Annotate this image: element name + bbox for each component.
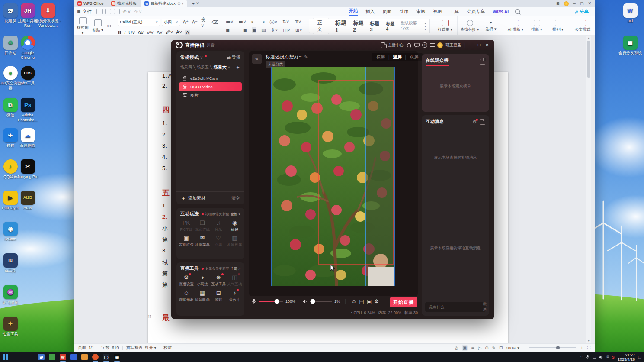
ribbon-tab-view[interactable]: 视图 [433, 9, 442, 15]
tool-item-settings[interactable]: ⚙直播设置 [178, 274, 194, 287]
desktop-icon-ivcam[interactable]: ◉ iVCam [0, 222, 23, 242]
scrollbar-thumb[interactable] [587, 41, 590, 78]
bullet-list-icon[interactable]: ≔˅ [226, 19, 233, 26]
save-icon[interactable] [96, 9, 103, 14]
wps-docer-tab[interactable]: 稻 找稻壳模板 [107, 0, 141, 7]
zoom-in-button[interactable]: ＋ [580, 345, 584, 351]
chat-icon[interactable] [414, 43, 420, 48]
font-name-select[interactable]: Calibri (正文)˅ [118, 19, 160, 26]
desktop-icon-photoshop[interactable]: Ps Adobe Photosho... [15, 98, 41, 123]
text-effect-icon[interactable]: 变˅ [201, 16, 208, 28]
page-view-icon[interactable]: ▣ [462, 345, 468, 351]
taskbar-app-wps[interactable]: W [60, 354, 66, 360]
edit-icon[interactable]: ✎ [304, 55, 308, 59]
scene-tab-6[interactable]: 场景六 [214, 65, 227, 71]
distribute-icon[interactable]: ▤ [261, 27, 266, 33]
mode-portrait[interactable]: 竖屏 [393, 54, 402, 60]
desktop-icon-qiyu[interactable]: ✦ 七鱼工具 [0, 317, 23, 336]
style-default-font[interactable]: 默认段落字体 [401, 20, 419, 32]
minimize-button[interactable]: ─ [573, 1, 576, 6]
add-material-button[interactable]: ＋添加素材 [181, 194, 205, 202]
proofread-button[interactable]: 校对 [163, 345, 172, 351]
play-item-gift-menu[interactable]: ✉礼物菜单 [194, 234, 210, 248]
ribbon-tab-home[interactable]: 开始 [349, 8, 358, 16]
spellcheck-status[interactable]: 拼写检查: 打开 ▾ [126, 345, 157, 351]
border-icon[interactable]: ⊞˅ [295, 27, 302, 33]
ribbon-tab-reference[interactable]: 引用 [399, 9, 408, 15]
web-view-icon[interactable]: ⊕ [485, 346, 488, 350]
play-item-guest[interactable]: ❏嘉宾连线 [194, 219, 210, 233]
font-decrease-icon[interactable]: A⁻ [192, 19, 198, 25]
bold-button[interactable]: B [118, 30, 121, 35]
anchor-center-button[interactable]: 主播中心 [381, 42, 404, 48]
user-avatar[interactable] [437, 42, 443, 48]
shading-icon[interactable]: ◫˅ [283, 27, 290, 33]
zoom-out-button[interactable]: − [522, 346, 525, 350]
maximize-button[interactable]: ▢ [580, 1, 584, 6]
stream-settings-icon[interactable]: ⚙ [374, 298, 379, 304]
style-heading3[interactable]: 标题 3 [370, 20, 380, 32]
layout-button[interactable]: 排版 ▾ [527, 20, 546, 32]
style-heading2[interactable]: 标题 2 [353, 19, 364, 33]
director-button[interactable]: ⇄导播 [227, 55, 240, 61]
style-gallery-scroll[interactable]: ▴▾▾ [425, 22, 426, 31]
desktop-icon-member-system[interactable]: ⬇ 会员分发系统 -Windows... [33, 3, 63, 28]
paste-button[interactable]: 粘贴 ▾ [91, 19, 104, 33]
user-name[interactable]: 研王蜜圣 [445, 42, 461, 48]
add-scene-button[interactable]: ＋ [235, 64, 240, 71]
scene-effects-icon[interactable]: ▤ [359, 298, 364, 304]
underline-button[interactable]: U˅ [128, 30, 135, 35]
tools-all-link[interactable]: 全部 > [231, 266, 240, 271]
taskbar-app-folder[interactable] [81, 354, 88, 360]
stream-close-button[interactable]: ✕ [484, 43, 490, 47]
outdent-icon[interactable]: ⇤ [251, 19, 255, 26]
justify-icon[interactable]: ≣ [252, 27, 256, 33]
ai-layout-button[interactable]: AI 排版 ▾ [506, 20, 525, 32]
fit-page-icon[interactable]: ⊡ [499, 346, 503, 350]
message-popout-icon[interactable] [480, 119, 485, 125]
style-heading4[interactable]: 标题 4 [386, 21, 395, 32]
arrange-button[interactable]: 排列 ▾ [548, 20, 567, 32]
style-normal[interactable]: 正文 [313, 18, 329, 34]
fullscreen-icon[interactable]: ⛶ [587, 345, 590, 350]
play-item-pk[interactable]: PKPK连线 [178, 219, 194, 233]
play-item-red-packet[interactable]: ▣定期红包 [178, 234, 194, 248]
taskbar-app-icon[interactable] [70, 354, 77, 360]
char-border-button[interactable]: A [185, 30, 190, 35]
mic-slider[interactable] [259, 301, 283, 302]
rank-popout-icon[interactable] [480, 59, 485, 65]
format-painter-button[interactable]: 格式刷 ▾ [76, 17, 89, 35]
indent-icon[interactable]: ⇥ [260, 19, 264, 26]
taskbar-app-live-companion[interactable]: ◉ [114, 354, 120, 360]
tool-item-mini-play[interactable]: ◑小玩法 [194, 274, 210, 287]
mic-icon[interactable] [252, 298, 256, 304]
tab-more-icon[interactable]: ⊙ ▾ [177, 1, 184, 6]
account-avatar[interactable] [564, 1, 569, 6]
desktop-icon-ai2b[interactable]: AI2B AI2B [15, 191, 41, 210]
strikethrough-button[interactable]: A̶˅ [138, 30, 144, 35]
tool-item-virtual-avatar[interactable]: ☺虚拟形象 [178, 289, 194, 303]
send-button[interactable]: 发送 [483, 301, 490, 313]
beauty-icon[interactable]: ☺ [351, 298, 356, 304]
wps-home-tab[interactable]: W WPS Office [74, 0, 107, 7]
share-button[interactable]: ⇗分享 [574, 9, 589, 15]
scene-tab-5[interactable]: 场景五 [197, 65, 208, 70]
text-direction-icon[interactable]: Ⓐ˅ [269, 19, 277, 26]
ribbon-tab-insert[interactable]: 插入 [365, 9, 375, 15]
symbol-icon[interactable]: ⊞˅ [294, 19, 301, 26]
tool-item-interact-tools[interactable]: ⊕互动工具 [211, 274, 227, 287]
tool-item-sound-library[interactable]: ♪音效库 [227, 289, 243, 303]
tray-sogou-icon[interactable]: S [612, 355, 615, 359]
mode-select[interactable]: 常规模式 [180, 55, 199, 61]
desktop-icon-jianying[interactable]: ✂ Jianying Pro [15, 159, 41, 179]
wps-ai-tab[interactable]: WPS AI [493, 9, 509, 14]
close-button[interactable]: ✕ [588, 1, 591, 6]
preview-icon[interactable] [114, 9, 120, 14]
print-icon[interactable] [105, 9, 111, 14]
style-heading1[interactable]: 标题 1 [335, 19, 347, 33]
new-tab-button[interactable]: ＋ ˅ [187, 0, 202, 7]
eye-icon[interactable]: ◎ [455, 346, 458, 350]
taskbar-app-icon[interactable]: 🖳 [38, 354, 45, 360]
align-center-icon[interactable]: ≡ [235, 27, 237, 33]
play-view-icon[interactable]: ▷ [478, 346, 482, 350]
